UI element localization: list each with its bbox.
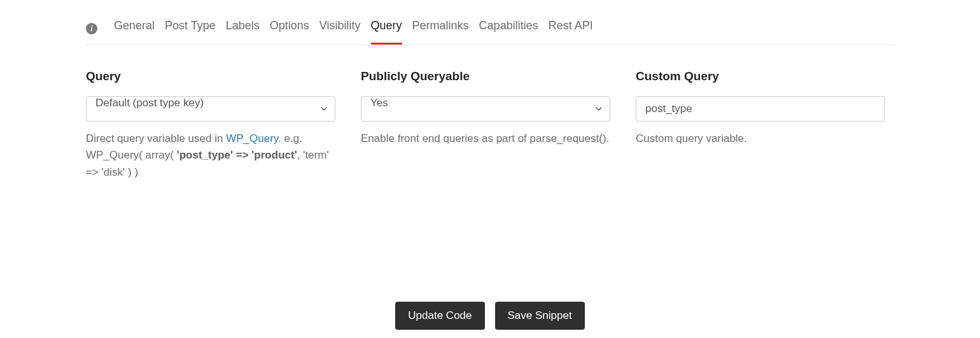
tab-permalinks[interactable]: Permalinks: [412, 13, 469, 45]
wp-query-link[interactable]: WP_Query: [226, 132, 278, 144]
publicly-queryable-select[interactable]: Yes: [361, 96, 610, 122]
tab-capabilities[interactable]: Capabilities: [479, 13, 538, 45]
field-publicly-queryable: Publicly Queryable Yes Enable front end …: [361, 69, 610, 181]
tab-general[interactable]: General: [114, 13, 155, 45]
custom-query-help: Custom query variable.: [636, 130, 885, 147]
save-snippet-button[interactable]: Save Snippet: [495, 302, 585, 330]
field-query: Query Default (post type key) Direct que…: [86, 69, 335, 181]
query-label: Query: [86, 69, 335, 83]
tab-labels[interactable]: Labels: [226, 13, 260, 45]
tab-post-type[interactable]: Post Type: [165, 13, 216, 45]
publicly-queryable-help: Enable front end queries as part of pars…: [361, 130, 610, 147]
actions-bar: Update Code Save Snippet: [86, 302, 894, 338]
tab-query[interactable]: Query: [371, 13, 402, 45]
info-icon[interactable]: i: [86, 23, 97, 34]
tab-options[interactable]: Options: [270, 13, 309, 45]
custom-query-input[interactable]: [636, 96, 885, 122]
tabs-nav: i General Post Type Labels Options Visib…: [86, 0, 894, 45]
custom-query-label: Custom Query: [636, 69, 885, 83]
publicly-queryable-label: Publicly Queryable: [361, 69, 610, 83]
form-row: Query Default (post type key) Direct que…: [86, 45, 894, 181]
update-code-button[interactable]: Update Code: [395, 302, 484, 330]
tab-rest-api[interactable]: Rest API: [549, 13, 593, 45]
query-help: Direct query variable used in WP_Query. …: [86, 130, 335, 181]
field-custom-query: Custom Query Custom query variable.: [636, 69, 885, 181]
tab-visibility[interactable]: Visibility: [319, 13, 361, 45]
query-select[interactable]: Default (post type key): [86, 96, 335, 122]
